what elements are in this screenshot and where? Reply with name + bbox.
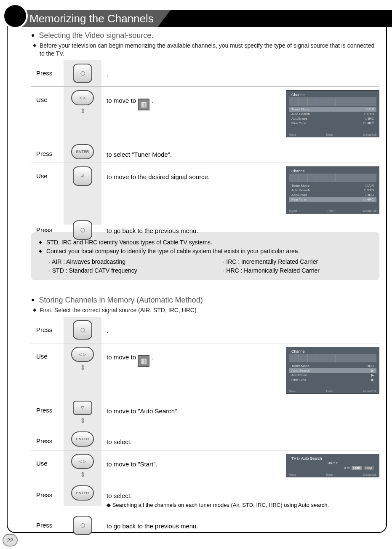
step-text: to move to "Start".: [101, 454, 286, 469]
osd-opt: □ HRC: [364, 121, 374, 125]
osd-opt: □ STD: [364, 188, 374, 192]
osd-item: Fine Tune: [291, 378, 307, 382]
osd-title: Channel: [291, 169, 306, 173]
osd-foot: Enter: [327, 209, 334, 212]
osd-thumbnail: Channel Tuner Mode□ AIR Auto Search□ STD…: [286, 90, 379, 137]
step-row: Press ENTER to select "Tuner Mode".: [31, 141, 379, 163]
osd-thumbnail: Channel Tuner Mode□ AIR Auto Search□ STD…: [286, 166, 379, 214]
osd-item: Tuner Mode: [291, 107, 309, 111]
text-pre: to move to: [107, 97, 138, 104]
step-label: Press: [31, 220, 64, 233]
osd-line: HRC 2: [328, 461, 338, 465]
step-label: Press: [31, 431, 64, 445]
osd-val: ▶: [371, 369, 374, 372]
channel-menu-icon: ▥: [138, 355, 149, 367]
osd-item: Auto Search: [291, 188, 310, 192]
page-number: 22: [3, 534, 18, 546]
osd-item: Tuner Mode: [291, 184, 309, 187]
osd-thumbnail: Channel Tuner ModeHRC Auto Search▶ Add/E…: [286, 347, 379, 394]
osd-item: Fine Tune: [291, 121, 307, 125]
osd-foot: Move: [289, 473, 296, 476]
page-content: Selecting the Video signal-source. Befor…: [31, 28, 379, 506]
up-down-icon: ⇕: [80, 417, 85, 425]
step-row: Press ◯ to go back to the previous menu.: [31, 512, 379, 538]
section1-intro: Before your television can begin memoriz…: [33, 42, 379, 58]
step-text: to move to ▥ .: [101, 347, 286, 367]
section2-heading: Storing Channels in Memory (Automatic Me…: [31, 296, 379, 305]
step-row: Press ◯ to go back to the previous menu.: [31, 217, 379, 243]
up-down-icon: ⇕: [80, 471, 85, 479]
osd-item: Add/Erase: [291, 373, 307, 377]
text-post: .: [151, 354, 153, 361]
step-row: Use ⇵ to move to the desired signal sour…: [31, 163, 379, 217]
osd-opt: □ STD: [364, 112, 374, 116]
step-text: to move to ▥ .: [101, 90, 286, 110]
step-label: Press: [31, 516, 64, 529]
osd-foot: Menu/Exit: [363, 209, 376, 212]
step-row: Press ENTER to select.: [31, 428, 379, 450]
step-text: to move to "Auto Search".: [101, 401, 379, 415]
down-button-icon: ▽: [73, 401, 92, 415]
left-right-button-icon: ◁ ▷: [71, 454, 94, 469]
osd-thumbnail: TV ▷ Auto Search HRC 2 0 % Start Stop Mo…: [286, 454, 379, 477]
left-right-button-icon: ◁ ▷: [71, 347, 94, 362]
section1-steps: Press ◯ . Use ◁ ▷ ⇕ to move to ▥ . Chann…: [31, 60, 379, 225]
step-label: Press: [31, 320, 64, 333]
osd-opt: □ IRC: [365, 117, 374, 121]
osd-foot: Move: [289, 133, 296, 136]
step-row: Press ▽ ⇕ to move to "Auto Search".: [31, 397, 379, 428]
osd-val: HRC: [367, 364, 374, 368]
osd-opt: □ AIR: [365, 107, 374, 111]
text-pre: to move to: [107, 354, 138, 361]
osd-stop-btn: Stop: [364, 466, 374, 470]
osd-foot: Enter: [326, 133, 333, 136]
osd-foot: Enter: [326, 390, 333, 393]
step-row: Press ◯ .: [31, 60, 379, 87]
enter-button-icon: ENTER: [71, 485, 94, 501]
step-label: Press: [31, 144, 64, 157]
step-text: .: [101, 64, 379, 78]
osd-title: Channel: [291, 349, 306, 354]
step-row: Use ◁ ▷ ⇕ to move to ▥ . Channel Tuner M…: [31, 87, 379, 141]
info-defs: AIR : Airwaves broadcasting STD : Standa…: [39, 257, 372, 275]
title-decor-circle: [3, 3, 28, 29]
step-label: Use: [31, 90, 64, 103]
info-line: Contact your local company to identify t…: [39, 247, 372, 256]
menu-button-icon: ◯: [73, 516, 92, 535]
osd-foot: Menu/Exit: [363, 390, 376, 393]
osd-foot: Enter: [326, 473, 333, 476]
step-label: Press: [31, 401, 64, 414]
def-item: IRC : Incrementally Related Carrier: [223, 257, 372, 266]
osd-item: Add/Erase: [291, 117, 307, 121]
def-item: HRC : Harmonically Related Carrier: [223, 266, 372, 275]
osd-val: ▶: [371, 378, 374, 382]
osd-item: Add/Erase: [291, 193, 307, 197]
osd-foot: Menu/Exit: [363, 473, 376, 476]
step-text: .: [101, 320, 379, 335]
step-text: to go back to the previous menu.: [101, 516, 379, 530]
step-row: Press ENTER to select. ◆ Searching all t…: [31, 482, 379, 512]
osd-item: Tuner Mode: [291, 364, 309, 368]
step-label: Use: [31, 454, 64, 467]
osd-title: TV ▷ Auto Search: [291, 456, 322, 461]
up-down-button-icon: ⇵: [73, 166, 92, 186]
step-row: Press ◯ .: [31, 317, 379, 343]
left-right-button-icon: ◁ ▷: [71, 90, 94, 105]
text-post: .: [151, 97, 153, 104]
def-item: AIR : Airwaves broadcasting: [49, 257, 198, 266]
osd-screen: TV ▷ Auto Search HRC 2 0 % Start Stop Mo…: [286, 454, 379, 477]
osd-item: Fine Tune: [291, 198, 307, 201]
osd-opt: □ AIR: [365, 184, 374, 187]
section1-heading: Selecting the Video signal-source.: [31, 31, 379, 40]
osd-screen: Channel Tuner Mode□ AIR Auto Search□ STD…: [286, 166, 379, 214]
step-row: Use ◁ ▷ ⇕ to move to "Start". TV ▷ Auto …: [31, 450, 379, 482]
up-down-icon: ⇕: [80, 364, 85, 372]
section2-steps: Press ◯ . Use ◁ ▷ ⇕ to move to ▥ . Chann…: [31, 317, 379, 506]
step-text: to select "Tuner Mode".: [101, 144, 379, 159]
osd-foot: Menu/Exit: [363, 133, 376, 136]
osd-val: ▶: [371, 373, 374, 377]
osd-opt: □ IRC: [365, 193, 374, 197]
step-text: to go back to the previous menu.: [101, 220, 379, 235]
step-subtext: Searching all the channels on each tuner…: [112, 502, 329, 508]
step-text: to move to the desired signal source.: [101, 166, 286, 181]
